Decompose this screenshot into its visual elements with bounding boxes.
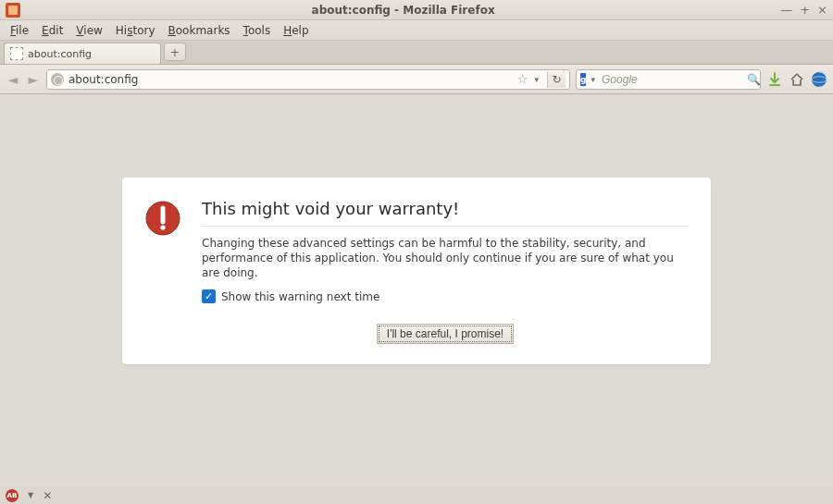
accept-warning-button[interactable]: I'll be careful, I promise!: [377, 324, 514, 344]
menu-file[interactable]: File: [4, 20, 35, 40]
new-tab-button[interactable]: +: [164, 43, 186, 61]
firefox-icon: [6, 3, 20, 18]
menu-view[interactable]: View: [69, 20, 108, 40]
svg-point-4: [160, 225, 165, 229]
plus-icon: +: [170, 45, 180, 59]
warning-body: This might void your warranty! Changing …: [202, 200, 689, 344]
back-icon: ◄: [8, 72, 19, 87]
window-maximize-button[interactable]: +: [800, 5, 810, 16]
search-input[interactable]: [600, 72, 742, 87]
forward-button[interactable]: ►: [26, 72, 41, 87]
search-engine-icon[interactable]: g: [580, 73, 586, 86]
tabbar: about:config +: [0, 41, 833, 65]
window-title: about:config - Mozilla Firefox: [26, 4, 780, 17]
warning-checkbox-row[interactable]: ✓ Show this warning next time: [202, 289, 689, 303]
warning-button-row: I'll be careful, I promise!: [202, 324, 689, 344]
back-button[interactable]: ◄: [6, 72, 20, 87]
statusbar: AB ▼ ✕: [0, 486, 833, 504]
url-text: about:config: [68, 73, 513, 86]
warning-icon: [144, 200, 181, 237]
menu-history[interactable]: History: [109, 20, 162, 40]
content-area: This might void your warranty! Changing …: [0, 94, 833, 486]
tab-about-config[interactable]: about:config: [4, 43, 161, 64]
page-icon: [10, 47, 23, 60]
search-engine-dropdown-icon[interactable]: ▾: [591, 75, 595, 84]
addon-globe-button[interactable]: [811, 71, 827, 88]
warning-checkbox[interactable]: ✓: [202, 289, 216, 303]
menu-bookmarks[interactable]: Bookmarks: [162, 20, 237, 40]
warning-panel: This might void your warranty! Changing …: [122, 178, 711, 364]
forward-icon: ►: [29, 72, 39, 87]
reload-button[interactable]: ↻: [547, 71, 566, 88]
menu-help[interactable]: Help: [277, 20, 315, 40]
toolbar: ◄ ► about:config ☆ ▾ ↻ g ▾ 🔍: [0, 65, 833, 94]
menu-edit[interactable]: Edit: [35, 20, 69, 40]
warning-divider: [202, 226, 689, 227]
warning-checkbox-label: Show this warning next time: [221, 290, 379, 303]
tab-label: about:config: [28, 48, 92, 60]
urlbar-dropdown-icon[interactable]: ▾: [532, 75, 541, 84]
statusbar-close-icon[interactable]: ✕: [43, 489, 52, 502]
window-titlebar: about:config - Mozilla Firefox — + ×: [0, 0, 833, 20]
menu-tools[interactable]: Tools: [237, 20, 278, 40]
search-bar[interactable]: g ▾ 🔍: [576, 69, 761, 90]
search-go-icon[interactable]: 🔍: [747, 73, 761, 86]
menubar: File Edit View History Bookmarks Tools H…: [0, 20, 833, 41]
home-button[interactable]: [789, 71, 805, 88]
globe-icon: [51, 73, 64, 86]
warning-description: Changing these advanced settings can be …: [202, 236, 689, 281]
reload-icon: ↻: [552, 73, 561, 86]
window-minimize-button[interactable]: —: [780, 5, 792, 16]
adblock-dropdown-icon[interactable]: ▼: [28, 491, 33, 499]
downloads-button[interactable]: [766, 71, 783, 88]
urlbar[interactable]: about:config ☆ ▾ ↻: [46, 69, 570, 90]
bookmark-star-icon[interactable]: ☆: [517, 72, 528, 86]
warning-title: This might void your warranty!: [202, 200, 689, 218]
window-close-button[interactable]: ×: [817, 5, 827, 16]
window-controls: — + ×: [780, 5, 827, 16]
adblock-icon[interactable]: AB: [6, 489, 19, 502]
